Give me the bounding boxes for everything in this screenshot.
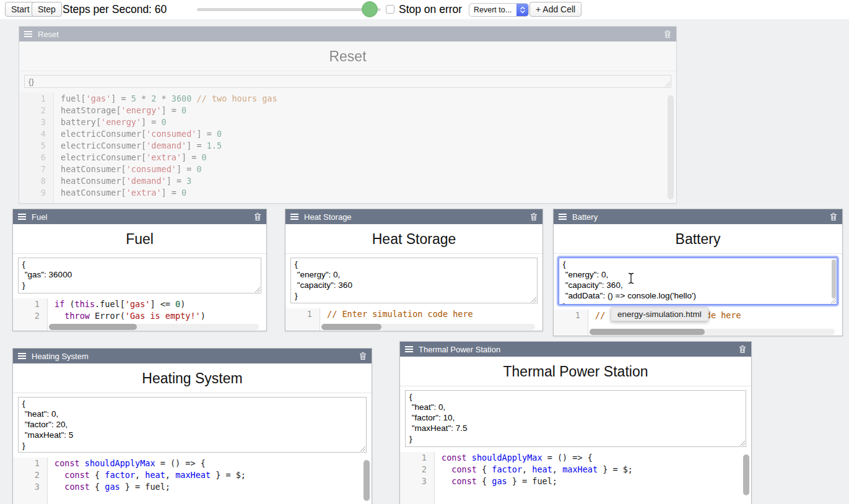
state-json-input[interactable]: {}	[24, 75, 671, 88]
state-json-input[interactable]: { "heat": 0, "factor": 10, "maxHeat": 7.…	[405, 390, 746, 447]
add-cell-button[interactable]: + Add Cell	[529, 2, 581, 17]
drag-handle-icon[interactable]	[24, 31, 32, 37]
drag-handle-icon[interactable]	[405, 346, 413, 352]
cell-heating-system: Heating System Heating System { "heat": …	[12, 348, 372, 504]
cell-heating-system-header[interactable]: Heating System	[13, 349, 372, 363]
state-json-input[interactable]: { "energy": 0, "capacity": 360 }	[290, 258, 538, 303]
divider	[13, 393, 372, 393]
cell-heat-storage-header[interactable]: Heat Storage	[285, 209, 542, 224]
state-json-value: {}	[28, 76, 667, 87]
code-editor[interactable]: 1if (this.fuel['gas'] <= 0)2 throw Error…	[13, 298, 266, 331]
delete-cell-icon[interactable]	[664, 30, 671, 38]
revert-to-select[interactable]: Revert to...	[469, 3, 529, 17]
state-json-input[interactable]: { "energy": 0, "capacity": 360, "addData…	[559, 258, 837, 305]
delete-cell-icon[interactable]	[830, 212, 837, 221]
divider	[13, 253, 266, 254]
drag-handle-icon[interactable]	[18, 353, 26, 359]
delete-cell-icon[interactable]	[254, 212, 261, 221]
cell-header-label: Thermal Power Station	[419, 345, 500, 354]
revert-to-select-value: Revert to...	[469, 4, 516, 16]
state-json-input[interactable]: { "heat": 0, "factor": 20, "maxHeat": 5 …	[18, 397, 367, 453]
delete-cell-icon[interactable]	[530, 212, 538, 221]
steps-slider-thumb[interactable]	[362, 1, 378, 17]
code-horizontal-scrollbar[interactable]	[321, 324, 535, 330]
state-json-value: { "energy": 0, "capacity": 360, "addData…	[563, 259, 833, 305]
cell-title: Fuel	[13, 224, 266, 253]
code-editor[interactable]: 1const shouldApplyMax = () => {2 const {…	[13, 458, 372, 504]
cell-title: Heating System	[13, 363, 372, 393]
cell-header-label: Heating System	[32, 352, 89, 361]
cell-header-label: Battery	[572, 212, 598, 222]
code-editor[interactable]: 1const shouldApplyMax = () => {2 const {…	[400, 452, 751, 504]
stop-on-error-label: Stop on error	[399, 0, 462, 19]
cell-header-label: Heat Storage	[304, 212, 352, 222]
cell-heat-storage: Heat Storage Heat Storage { "energy": 0,…	[285, 209, 543, 331]
select-stepper-icon	[516, 4, 528, 16]
code-vertical-scrollbar[interactable]	[668, 95, 674, 199]
cell-battery: Battery Battery { "energy": 0, "capacity…	[553, 209, 843, 336]
filename-tooltip: energy-simulation.html	[611, 307, 708, 321]
code-horizontal-scrollbar[interactable]	[590, 329, 835, 335]
cell-header-label: Reset	[38, 30, 59, 39]
drag-handle-icon[interactable]	[18, 214, 26, 220]
steps-per-second-label: Steps per Second: 60	[63, 0, 167, 19]
textarea-vertical-scrollbar[interactable]	[832, 259, 836, 298]
cell-fuel-header[interactable]: Fuel	[13, 209, 266, 224]
divider	[19, 71, 676, 71]
text-cursor-icon	[628, 272, 634, 287]
code-horizontal-scrollbar[interactable]	[49, 324, 259, 330]
code-vertical-scrollbar[interactable]	[743, 454, 749, 495]
cell-title: Heat Storage	[285, 224, 542, 253]
state-json-value: { "energy": 0, "capacity": 360 }	[295, 259, 533, 301]
cell-title: Thermal Power Station	[400, 357, 751, 386]
cell-battery-header[interactable]: Battery	[554, 209, 842, 224]
divider	[285, 253, 542, 254]
code-vertical-scrollbar[interactable]	[364, 460, 370, 501]
app-root: Start Step Steps per Second: 60 Stop on …	[0, 0, 849, 504]
step-button[interactable]: Step	[32, 2, 62, 17]
cell-thermal-power-station: Thermal Power Station Thermal Power Stat…	[399, 341, 752, 504]
divider	[554, 253, 842, 254]
cell-title: Battery	[554, 224, 842, 253]
code-editor[interactable]: 1fuel['gas'] = 5 * 2 * 3600 // two hours…	[19, 93, 676, 203]
delete-cell-icon[interactable]	[359, 352, 367, 360]
code-editor[interactable]: 1// Enter simulation code here	[285, 308, 542, 331]
state-json-value: { "heat": 0, "factor": 20, "maxHeat": 5 …	[22, 398, 362, 451]
cell-title: Reset	[19, 41, 676, 71]
state-json-value: { "gas": 36000 }	[22, 259, 257, 290]
delete-cell-icon[interactable]	[739, 345, 746, 354]
cell-reset: Reset Reset {} 1fuel['gas'] = 5 * 2 * 36…	[19, 26, 677, 204]
cell-thermal-power-station-header[interactable]: Thermal Power Station	[400, 342, 751, 357]
drag-handle-icon[interactable]	[290, 214, 298, 220]
toolbar: Start Step Steps per Second: 60 Stop on …	[0, 0, 849, 19]
steps-slider-track[interactable]	[197, 8, 381, 11]
drag-handle-icon[interactable]	[559, 214, 567, 220]
cell-fuel: Fuel Fuel { "gas": 36000 } 1if (this.fue…	[12, 209, 267, 331]
stop-on-error-checkbox[interactable]	[386, 5, 394, 14]
state-json-value: { "heat": 0, "factor": 10, "maxHeat": 7.…	[409, 391, 742, 444]
state-json-input[interactable]: { "gas": 36000 }	[18, 258, 261, 293]
cell-reset-header[interactable]: Reset	[19, 27, 676, 41]
divider	[400, 386, 751, 386]
steps-per-second-value: 60	[155, 3, 167, 15]
cell-header-label: Fuel	[32, 212, 47, 222]
